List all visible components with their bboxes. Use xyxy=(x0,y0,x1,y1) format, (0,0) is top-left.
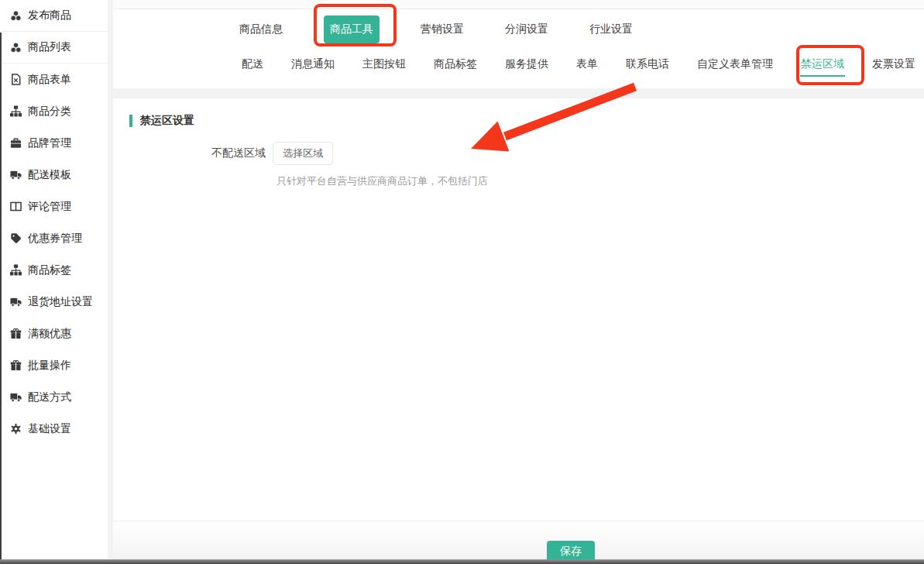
sub-tab-message-notice[interactable]: 消息通知 xyxy=(291,57,335,71)
sidebar-item-product-tags[interactable]: 商品标签 xyxy=(0,254,108,286)
sub-tab-restricted-area[interactable]: 禁运区域 xyxy=(801,57,844,71)
sidebar-item-batch-operation[interactable]: 批量操作 xyxy=(0,349,108,381)
main-tab-marketing-settings[interactable]: 营销设置 xyxy=(421,22,464,36)
sub-tab-product-label[interactable]: 商品标签 xyxy=(434,57,477,71)
truck-icon xyxy=(9,391,22,404)
truck-icon xyxy=(9,169,22,181)
header: 商品信息商品工具营销设置分润设置行业设置 配送消息通知主图按钮商品标签服务提供表… xyxy=(113,0,924,88)
truck-icon xyxy=(9,296,22,308)
sidebar-item-return-address[interactable]: 退货地址设置 xyxy=(0,286,108,318)
sidebar-item-coupon-management[interactable]: 优惠券管理 xyxy=(0,222,108,254)
sidebar-item-label: 配送模板 xyxy=(28,168,71,182)
cubes-icon xyxy=(9,9,22,22)
section-accent-bar xyxy=(129,115,132,127)
sidebar-item-label: 商品表单 xyxy=(28,73,71,87)
sidebar-item-label: 商品列表 xyxy=(28,40,71,54)
sidebar-item-delivery-template[interactable]: 配送模板 xyxy=(0,159,108,191)
sidebar-item-label: 优惠券管理 xyxy=(28,232,82,246)
no-delivery-area-row: 不配送区域 选择区域 xyxy=(211,142,333,165)
main-tab-profit-settings[interactable]: 分润设置 xyxy=(505,22,548,36)
sidebar-item-product-form[interactable]: 商品表单 xyxy=(0,64,108,95)
sub-tab-form[interactable]: 表单 xyxy=(576,57,598,71)
sub-tab-bar: 配送消息通知主图按钮商品标签服务提供表单联系电话自定义表单管理禁运区域发票设置 xyxy=(242,54,915,74)
main-tab-product-info[interactable]: 商品信息 xyxy=(239,22,283,36)
header-top-divider xyxy=(113,0,924,9)
file-x-icon xyxy=(9,74,22,86)
main-tab-industry-settings[interactable]: 行业设置 xyxy=(589,22,633,36)
sidebar-item-basic-settings[interactable]: 基础设置 xyxy=(0,413,108,445)
gear-icon xyxy=(9,423,22,435)
helper-text: 只针对平台自营与供应商商品订单，不包括门店 xyxy=(277,174,488,188)
sub-tab-invoice-settings[interactable]: 发票设置 xyxy=(872,57,915,71)
sidebar-item-delivery-method[interactable]: 配送方式 xyxy=(0,381,108,413)
sidebar-item-label: 配送方式 xyxy=(28,390,71,404)
sidebar-item-product-category[interactable]: 商品分类 xyxy=(0,95,108,127)
window-edge-left xyxy=(0,33,2,559)
gift-icon xyxy=(9,359,22,372)
cubes-icon xyxy=(9,41,22,53)
sidebar-item-label: 满额优惠 xyxy=(28,327,71,341)
columns-icon xyxy=(9,201,22,213)
sub-tab-service-provide[interactable]: 服务提供 xyxy=(505,57,548,71)
gift-icon xyxy=(9,328,22,340)
sub-tab-contact-phone[interactable]: 联系电话 xyxy=(626,57,669,71)
sitemap-icon xyxy=(9,264,22,277)
briefcase-icon xyxy=(9,137,22,150)
page-title: 禁运区设置 xyxy=(140,114,194,128)
sidebar-item-label: 品牌管理 xyxy=(28,136,71,150)
main-tab-bar: 商品信息商品工具营销设置分润设置行业设置 xyxy=(239,17,633,42)
sidebar-item-label: 评论管理 xyxy=(28,200,71,214)
sidebar-item-publish-product[interactable]: 发布商品 xyxy=(0,0,108,32)
sidebar-item-label: 发布商品 xyxy=(28,9,71,22)
sidebar-item-product-list[interactable]: 商品列表 xyxy=(0,32,108,64)
main-tab-product-tools[interactable]: 商品工具 xyxy=(324,15,380,43)
sidebar-content-gutter xyxy=(108,0,113,559)
sidebar: 发布商品商品列表商品表单商品分类品牌管理配送模板评论管理优惠券管理商品标签退货地… xyxy=(0,0,108,559)
sidebar-menu: 发布商品商品列表商品表单商品分类品牌管理配送模板评论管理优惠券管理商品标签退货地… xyxy=(0,0,108,445)
sidebar-item-label: 商品标签 xyxy=(28,263,71,277)
content-card: 禁运区设置 不配送区域 选择区域 只针对平台自营与供应商商品订单，不包括门店 xyxy=(113,98,924,521)
sidebar-item-brand-management[interactable]: 品牌管理 xyxy=(0,127,108,159)
footer-bar xyxy=(113,521,924,559)
sidebar-item-label: 商品分类 xyxy=(28,105,71,119)
sitemap-icon xyxy=(9,105,22,118)
section-header: 禁运区设置 xyxy=(129,114,194,128)
select-area-button[interactable]: 选择区域 xyxy=(273,142,333,165)
sidebar-item-full-discount[interactable]: 满额优惠 xyxy=(0,318,108,349)
sidebar-item-label: 退货地址设置 xyxy=(28,295,93,309)
sidebar-item-comment-management[interactable]: 评论管理 xyxy=(0,191,108,222)
sub-tab-main-image-button[interactable]: 主图按钮 xyxy=(362,57,406,71)
sub-tab-custom-form-manage[interactable]: 自定义表单管理 xyxy=(697,57,773,71)
window-edge-bottom xyxy=(0,559,924,564)
sidebar-item-label: 批量操作 xyxy=(28,359,71,373)
sidebar-item-label: 基础设置 xyxy=(28,422,71,436)
sub-tab-delivery[interactable]: 配送 xyxy=(242,57,263,71)
no-delivery-area-label: 不配送区域 xyxy=(211,146,266,160)
header-content-gutter xyxy=(108,88,924,98)
tag-icon xyxy=(9,232,22,245)
